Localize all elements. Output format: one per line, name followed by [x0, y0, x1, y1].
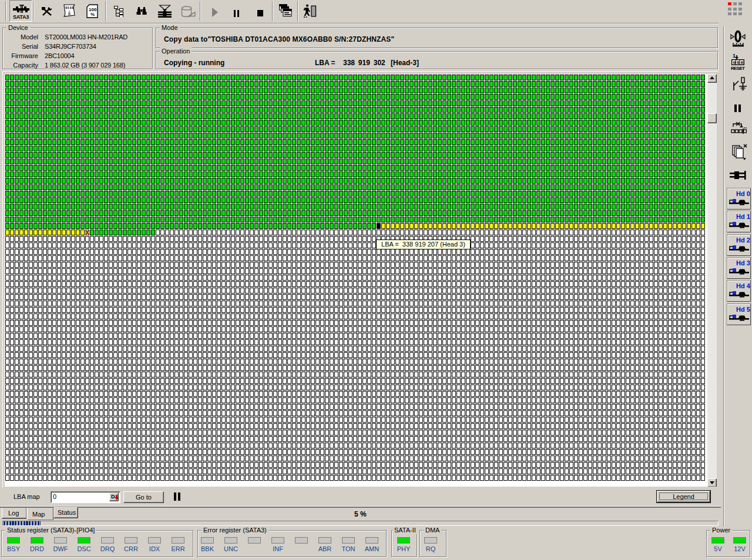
svg-text:0: 0: [741, 60, 744, 65]
svg-text:0110: 0110: [65, 6, 74, 10]
svg-text:0: 0: [737, 60, 740, 65]
svg-text:RESET: RESET: [731, 66, 745, 70]
svg-text:0: 0: [733, 60, 736, 65]
svg-text:1: 1: [733, 53, 736, 59]
svg-text:%: %: [90, 12, 95, 17]
